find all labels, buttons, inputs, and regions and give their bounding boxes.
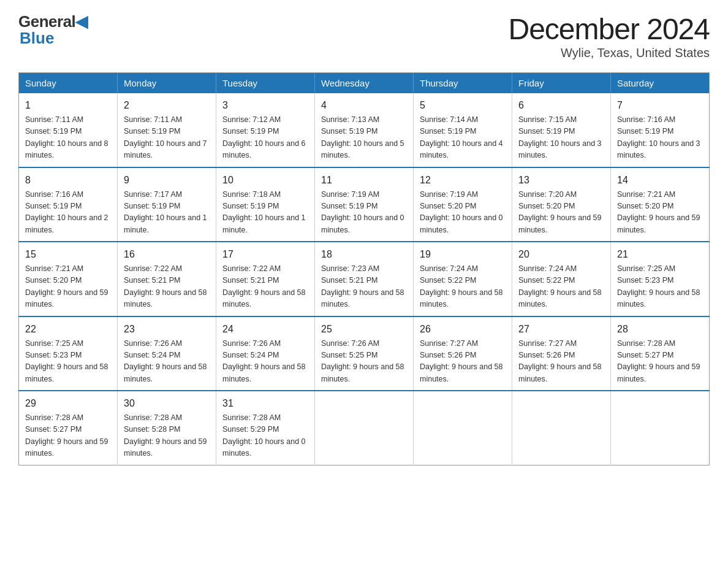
calendar-table: SundayMondayTuesdayWednesdayThursdayFrid… (18, 72, 710, 465)
day-info: Sunrise: 7:28 AMSunset: 5:28 PMDaylight:… (124, 412, 210, 460)
title-section: December 2024 Wylie, Texas, United State… (508, 12, 710, 60)
calendar-cell: 3Sunrise: 7:12 AMSunset: 5:19 PMDaylight… (216, 93, 315, 167)
calendar-cell (512, 391, 611, 465)
calendar-week-row: 15Sunrise: 7:21 AMSunset: 5:20 PMDayligh… (19, 242, 710, 316)
calendar-cell: 19Sunrise: 7:24 AMSunset: 5:22 PMDayligh… (414, 242, 512, 316)
day-number: 27 (518, 322, 604, 337)
day-info: Sunrise: 7:16 AMSunset: 5:19 PMDaylight:… (617, 114, 703, 162)
calendar-header-row: SundayMondayTuesdayWednesdayThursdayFrid… (19, 73, 710, 94)
day-number: 23 (124, 322, 210, 337)
day-number: 18 (321, 247, 407, 262)
day-number: 24 (222, 322, 308, 337)
calendar-cell (315, 391, 414, 465)
calendar-cell: 30Sunrise: 7:28 AMSunset: 5:28 PMDayligh… (118, 391, 216, 465)
day-number: 29 (25, 396, 111, 411)
calendar-cell: 15Sunrise: 7:21 AMSunset: 5:20 PMDayligh… (19, 242, 118, 316)
calendar-cell: 5Sunrise: 7:14 AMSunset: 5:19 PMDaylight… (414, 93, 512, 167)
calendar-cell: 12Sunrise: 7:19 AMSunset: 5:20 PMDayligh… (414, 167, 512, 242)
day-info: Sunrise: 7:22 AMSunset: 5:21 PMDaylight:… (222, 263, 308, 311)
day-number: 20 (518, 247, 604, 262)
day-info: Sunrise: 7:11 AMSunset: 5:19 PMDaylight:… (25, 114, 111, 162)
calendar-cell: 22Sunrise: 7:25 AMSunset: 5:23 PMDayligh… (19, 316, 118, 391)
day-info: Sunrise: 7:25 AMSunset: 5:23 PMDaylight:… (25, 338, 111, 386)
column-header-monday: Monday (118, 73, 216, 94)
column-header-friday: Friday (512, 73, 611, 94)
day-info: Sunrise: 7:26 AMSunset: 5:25 PMDaylight:… (321, 338, 407, 386)
calendar-cell: 11Sunrise: 7:19 AMSunset: 5:19 PMDayligh… (315, 167, 414, 242)
day-info: Sunrise: 7:26 AMSunset: 5:24 PMDaylight:… (124, 338, 210, 386)
calendar-cell: 8Sunrise: 7:16 AMSunset: 5:19 PMDaylight… (19, 167, 118, 242)
day-info: Sunrise: 7:20 AMSunset: 5:20 PMDaylight:… (518, 189, 604, 237)
day-number: 12 (420, 173, 506, 188)
day-number: 11 (321, 173, 407, 188)
day-number: 3 (222, 98, 308, 113)
day-info: Sunrise: 7:24 AMSunset: 5:22 PMDaylight:… (420, 263, 506, 311)
day-info: Sunrise: 7:24 AMSunset: 5:22 PMDaylight:… (518, 263, 604, 311)
calendar-week-row: 1Sunrise: 7:11 AMSunset: 5:19 PMDaylight… (19, 93, 710, 167)
day-info: Sunrise: 7:17 AMSunset: 5:19 PMDaylight:… (124, 189, 210, 237)
day-info: Sunrise: 7:27 AMSunset: 5:26 PMDaylight:… (518, 338, 604, 386)
day-number: 16 (124, 247, 210, 262)
page-header: General ◀ Blue December 2024 Wylie, Texa… (18, 12, 710, 60)
day-number: 30 (124, 396, 210, 411)
day-info: Sunrise: 7:26 AMSunset: 5:24 PMDaylight:… (222, 338, 308, 386)
calendar-cell: 6Sunrise: 7:15 AMSunset: 5:19 PMDaylight… (512, 93, 611, 167)
day-number: 21 (617, 247, 703, 262)
column-header-wednesday: Wednesday (315, 73, 414, 94)
calendar-cell: 28Sunrise: 7:28 AMSunset: 5:27 PMDayligh… (611, 316, 710, 391)
column-header-tuesday: Tuesday (216, 73, 315, 94)
calendar-cell: 2Sunrise: 7:11 AMSunset: 5:19 PMDaylight… (118, 93, 216, 167)
day-number: 19 (420, 247, 506, 262)
day-info: Sunrise: 7:28 AMSunset: 5:27 PMDaylight:… (25, 412, 111, 460)
calendar-cell: 13Sunrise: 7:20 AMSunset: 5:20 PMDayligh… (512, 167, 611, 242)
day-number: 26 (420, 322, 506, 337)
calendar-week-row: 29Sunrise: 7:28 AMSunset: 5:27 PMDayligh… (19, 391, 710, 465)
calendar-cell: 20Sunrise: 7:24 AMSunset: 5:22 PMDayligh… (512, 242, 611, 316)
day-info: Sunrise: 7:22 AMSunset: 5:21 PMDaylight:… (124, 263, 210, 311)
month-title: December 2024 (508, 12, 710, 46)
calendar-cell: 9Sunrise: 7:17 AMSunset: 5:19 PMDaylight… (118, 167, 216, 242)
day-number: 13 (518, 173, 604, 188)
calendar-cell: 18Sunrise: 7:23 AMSunset: 5:21 PMDayligh… (315, 242, 414, 316)
day-number: 15 (25, 247, 111, 262)
day-number: 17 (222, 247, 308, 262)
day-number: 8 (25, 173, 111, 188)
calendar-cell: 14Sunrise: 7:21 AMSunset: 5:20 PMDayligh… (611, 167, 710, 242)
day-info: Sunrise: 7:13 AMSunset: 5:19 PMDaylight:… (321, 114, 407, 162)
logo-blue-text: ◀ (75, 12, 88, 31)
calendar-cell (414, 391, 512, 465)
calendar-cell: 25Sunrise: 7:26 AMSunset: 5:25 PMDayligh… (315, 316, 414, 391)
calendar-cell: 16Sunrise: 7:22 AMSunset: 5:21 PMDayligh… (118, 242, 216, 316)
day-info: Sunrise: 7:25 AMSunset: 5:23 PMDaylight:… (617, 263, 703, 311)
calendar-cell: 26Sunrise: 7:27 AMSunset: 5:26 PMDayligh… (414, 316, 512, 391)
day-info: Sunrise: 7:23 AMSunset: 5:21 PMDaylight:… (321, 263, 407, 311)
calendar-cell: 10Sunrise: 7:18 AMSunset: 5:19 PMDayligh… (216, 167, 315, 242)
day-number: 28 (617, 322, 703, 337)
day-number: 7 (617, 98, 703, 113)
column-header-sunday: Sunday (19, 73, 118, 94)
day-info: Sunrise: 7:14 AMSunset: 5:19 PMDaylight:… (420, 114, 506, 162)
calendar-cell: 17Sunrise: 7:22 AMSunset: 5:21 PMDayligh… (216, 242, 315, 316)
calendar-cell: 21Sunrise: 7:25 AMSunset: 5:23 PMDayligh… (611, 242, 710, 316)
column-header-thursday: Thursday (414, 73, 512, 94)
day-number: 1 (25, 98, 111, 113)
calendar-cell: 27Sunrise: 7:27 AMSunset: 5:26 PMDayligh… (512, 316, 611, 391)
day-number: 4 (321, 98, 407, 113)
day-info: Sunrise: 7:28 AMSunset: 5:29 PMDaylight:… (222, 412, 308, 460)
column-header-saturday: Saturday (611, 73, 710, 94)
day-number: 2 (124, 98, 210, 113)
day-number: 5 (420, 98, 506, 113)
day-info: Sunrise: 7:19 AMSunset: 5:20 PMDaylight:… (420, 189, 506, 237)
day-info: Sunrise: 7:15 AMSunset: 5:19 PMDaylight:… (518, 114, 604, 162)
day-info: Sunrise: 7:21 AMSunset: 5:20 PMDaylight:… (617, 189, 703, 237)
calendar-cell: 23Sunrise: 7:26 AMSunset: 5:24 PMDayligh… (118, 316, 216, 391)
location-title: Wylie, Texas, United States (508, 46, 710, 60)
day-number: 31 (222, 396, 308, 411)
calendar-cell: 1Sunrise: 7:11 AMSunset: 5:19 PMDaylight… (19, 93, 118, 167)
calendar-week-row: 8Sunrise: 7:16 AMSunset: 5:19 PMDaylight… (19, 167, 710, 242)
logo-blue-label: Blue (20, 29, 54, 48)
day-info: Sunrise: 7:28 AMSunset: 5:27 PMDaylight:… (617, 338, 703, 386)
day-info: Sunrise: 7:12 AMSunset: 5:19 PMDaylight:… (222, 114, 308, 162)
calendar-cell: 31Sunrise: 7:28 AMSunset: 5:29 PMDayligh… (216, 391, 315, 465)
calendar-cell: 4Sunrise: 7:13 AMSunset: 5:19 PMDaylight… (315, 93, 414, 167)
